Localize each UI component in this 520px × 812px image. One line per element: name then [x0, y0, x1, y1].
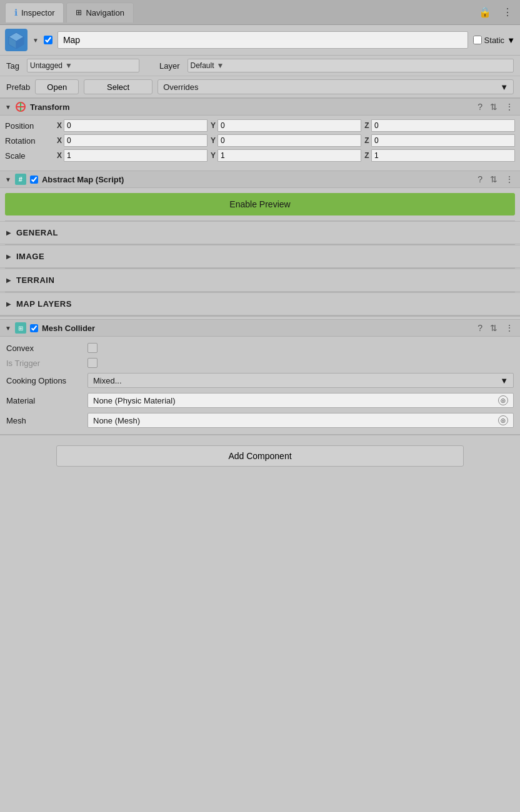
- material-picker[interactable]: None (Physic Material) ◎: [88, 393, 514, 408]
- map-layers-title: MAP LAYERS: [16, 299, 72, 309]
- transform-sliders-icon[interactable]: ⇅: [489, 102, 499, 112]
- static-dropdown-btn[interactable]: ▼: [507, 36, 515, 45]
- mesh-collider-more-icon[interactable]: ⋮: [504, 323, 515, 333]
- scale-fields: X Y Z: [55, 149, 515, 162]
- rotation-y-label: Y: [209, 136, 218, 145]
- rotation-y-input[interactable]: [218, 134, 361, 147]
- layer-label: Layer: [159, 61, 180, 71]
- object-active-checkbox[interactable]: [44, 36, 52, 44]
- rotation-label: Rotation: [5, 136, 55, 146]
- static-checkbox[interactable]: [473, 36, 482, 44]
- cooking-options-row: Cooking Options Mixed... ▼: [6, 370, 514, 390]
- transform-body: Position X Y Z Rotation X Y: [0, 116, 520, 168]
- image-arrow-icon: ▶: [6, 253, 11, 260]
- tab-bar: ℹ Inspector ⊞ Navigation 🔒 ⋮: [0, 0, 520, 25]
- general-title: GENERAL: [16, 228, 58, 237]
- tab-inspector[interactable]: ℹ Inspector: [5, 2, 64, 22]
- mesh-label: Mesh: [6, 416, 88, 425]
- static-label: Static: [484, 36, 505, 45]
- mesh-collider-body: Convex Is Trigger Cooking Options Mixed.…: [0, 337, 520, 434]
- mesh-collider-grid-icon: ⊞: [15, 322, 26, 334]
- position-fields: X Y Z: [55, 119, 515, 132]
- mesh-picker-icon[interactable]: ◎: [498, 415, 508, 425]
- mesh-collider-sliders-icon[interactable]: ⇅: [489, 323, 499, 333]
- mesh-row: Mesh None (Mesh) ◎: [6, 410, 514, 430]
- mesh-collider-title: Mesh Collider: [42, 324, 472, 333]
- mesh-collider-help-icon[interactable]: ?: [476, 323, 484, 333]
- abstract-map-title: Abstract Map (Script): [42, 175, 472, 184]
- static-area: Static ▼: [473, 36, 515, 45]
- mesh-collider-actions: ? ⇅ ⋮: [476, 323, 515, 333]
- transform-more-icon[interactable]: ⋮: [504, 102, 515, 112]
- navigation-tab-icon: ⊞: [76, 8, 82, 17]
- inspector-tab-label: Inspector: [21, 8, 54, 17]
- material-picker-icon[interactable]: ◎: [498, 395, 508, 405]
- abstract-map-actions: ? ⇅ ⋮: [476, 174, 515, 184]
- rotation-y-field: Y: [209, 134, 361, 147]
- enable-preview-button[interactable]: Enable Preview: [5, 193, 515, 215]
- map-layers-arrow-icon: ▶: [6, 300, 11, 307]
- layer-dropdown[interactable]: Default ▼: [188, 59, 514, 72]
- scale-x-label: X: [55, 151, 64, 160]
- general-section-header[interactable]: ▶ GENERAL: [0, 222, 520, 244]
- rotation-z-label: Z: [362, 136, 371, 145]
- mesh-collider-collapse-arrow[interactable]: ▼: [5, 325, 11, 332]
- tag-dropdown[interactable]: Untagged ▼: [27, 59, 139, 72]
- rotation-x-input[interactable]: [64, 134, 208, 147]
- position-z-label: Z: [362, 121, 371, 130]
- abstract-map-enabled-checkbox[interactable]: [30, 176, 38, 184]
- mesh-collider-enabled-checkbox[interactable]: [30, 324, 38, 332]
- add-component-button[interactable]: Add Component: [56, 445, 464, 467]
- position-row: Position X Y Z: [5, 119, 515, 132]
- abstract-map-sliders-icon[interactable]: ⇅: [489, 174, 499, 184]
- map-layers-section: ▶ MAP LAYERS: [0, 292, 520, 315]
- scale-x-field: X: [55, 149, 208, 162]
- rotation-x-label: X: [55, 136, 64, 145]
- cooking-options-arrow-icon: ▼: [500, 376, 508, 385]
- prefab-open-button[interactable]: Open: [35, 79, 79, 94]
- scale-x-input[interactable]: [64, 149, 208, 162]
- tag-layer-row: Tag Untagged ▼ Layer Default ▼: [0, 56, 520, 76]
- position-y-label: Y: [209, 121, 218, 130]
- object-header: ▼ Static ▼: [0, 25, 520, 56]
- position-x-input[interactable]: [64, 119, 208, 132]
- material-row: Material None (Physic Material) ◎: [6, 390, 514, 410]
- cooking-options-dropdown[interactable]: Mixed... ▼: [88, 373, 514, 388]
- image-section-header[interactable]: ▶ IMAGE: [0, 245, 520, 267]
- convex-checkbox[interactable]: [88, 343, 98, 353]
- object-name-input[interactable]: [58, 31, 468, 49]
- scale-label: Scale: [5, 151, 55, 161]
- scale-z-input[interactable]: [371, 149, 515, 162]
- rotation-z-input[interactable]: [371, 134, 515, 147]
- transform-help-icon[interactable]: ?: [476, 102, 484, 112]
- lock-icon[interactable]: 🔒: [476, 5, 494, 19]
- tab-bar-right: 🔒 ⋮: [476, 5, 515, 19]
- material-value: None (Physic Material): [93, 396, 176, 405]
- convex-row: Convex: [6, 340, 514, 355]
- position-z-input[interactable]: [371, 119, 515, 132]
- is-trigger-checkbox[interactable]: [88, 358, 98, 368]
- terrain-section-header[interactable]: ▶ TERRAIN: [0, 269, 520, 291]
- map-layers-section-header[interactable]: ▶ MAP LAYERS: [0, 293, 520, 315]
- cooking-options-value: Mixed...: [93, 376, 122, 385]
- transform-actions: ? ⇅ ⋮: [476, 102, 515, 112]
- more-menu-icon[interactable]: ⋮: [500, 5, 515, 19]
- abstract-map-help-icon[interactable]: ?: [476, 174, 484, 184]
- tab-navigation[interactable]: ⊞ Navigation: [66, 2, 133, 22]
- object-icon: [5, 29, 28, 51]
- prefab-overrides-dropdown[interactable]: Overrides ▼: [158, 79, 514, 94]
- scale-y-input[interactable]: [218, 149, 361, 162]
- abstract-map-more-icon[interactable]: ⋮: [504, 174, 515, 184]
- transform-icon: [15, 101, 26, 112]
- rotation-fields: X Y Z: [55, 134, 515, 147]
- position-y-input[interactable]: [218, 119, 361, 132]
- prefab-select-button[interactable]: Select: [84, 79, 152, 94]
- mesh-picker[interactable]: None (Mesh) ◎: [88, 413, 514, 428]
- abstract-map-collapse-arrow[interactable]: ▼: [5, 176, 11, 183]
- rotation-row: Rotation X Y Z: [5, 134, 515, 147]
- inspector-tab-icon: ℹ: [14, 7, 18, 17]
- scale-y-label: Y: [209, 151, 218, 160]
- scale-z-field: Z: [362, 149, 515, 162]
- transform-collapse-arrow[interactable]: ▼: [5, 104, 11, 111]
- terrain-section: ▶ TERRAIN: [0, 269, 520, 292]
